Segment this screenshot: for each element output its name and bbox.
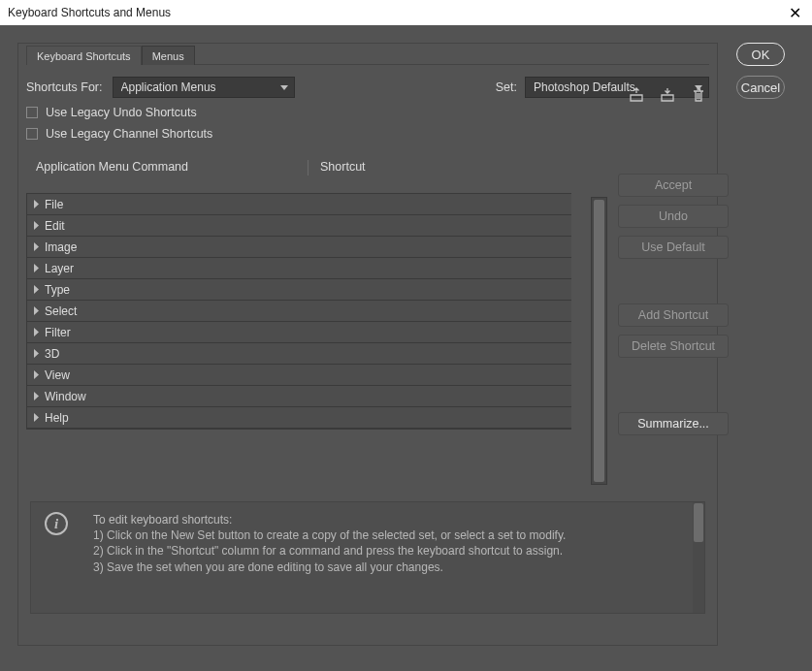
info-text: To edit keyboard shortcuts: 1) Click on … xyxy=(93,512,566,603)
scrollbar-thumb[interactable] xyxy=(694,503,703,542)
chevron-right-icon xyxy=(27,306,45,315)
tree-item-label: Select xyxy=(45,304,77,318)
chevron-right-icon xyxy=(27,200,45,208)
set-label: Set: xyxy=(496,80,517,94)
legacy-channel-row: Use Legacy Channel Shortcuts xyxy=(26,127,709,141)
tree-item-label: Help xyxy=(45,411,69,425)
column-shortcut: Shortcut xyxy=(314,160,366,176)
cancel-button[interactable]: Cancel xyxy=(736,76,785,99)
summarize-button[interactable]: Summarize... xyxy=(618,412,729,435)
tree-item-label: Image xyxy=(45,240,77,254)
dialog-content: OK Cancel Keyboard Shortcuts Menus Short… xyxy=(0,25,812,671)
chevron-right-icon xyxy=(27,328,45,336)
chevron-right-icon xyxy=(27,285,45,294)
tree-item-label: Filter xyxy=(45,326,71,339)
save-set-icon[interactable] xyxy=(659,86,676,104)
tree-item-label: Layer xyxy=(45,262,74,275)
info-line-1: 1) Click on the New Set button to create… xyxy=(93,527,566,543)
scrollbar-thumb[interactable] xyxy=(594,200,604,482)
column-divider xyxy=(308,160,309,176)
tree-item-label: Window xyxy=(45,390,86,403)
legacy-undo-checkbox[interactable] xyxy=(26,107,38,118)
info-scrollbar[interactable] xyxy=(693,502,704,613)
tab-bar: Keyboard Shortcuts Menus xyxy=(26,44,709,65)
legacy-undo-label: Use Legacy Undo Shortcuts xyxy=(46,106,197,119)
accept-button[interactable]: Accept xyxy=(618,174,729,197)
tree-item-view[interactable]: View xyxy=(27,365,571,386)
side-button-column: Accept Undo Use Default Add Shortcut Del… xyxy=(618,174,729,443)
tree-item-file[interactable]: File xyxy=(27,194,571,215)
tree-item-3d[interactable]: 3D xyxy=(27,343,571,365)
chevron-right-icon xyxy=(27,392,45,400)
legacy-channel-label: Use Legacy Channel Shortcuts xyxy=(46,127,212,141)
main-panel: Keyboard Shortcuts Menus Shortcuts For: … xyxy=(17,43,718,646)
shortcuts-for-row: Shortcuts For: Application Menus Set: Ph… xyxy=(26,77,709,98)
list-header: Application Menu Command Shortcut xyxy=(26,160,709,176)
delete-set-icon[interactable] xyxy=(690,86,707,104)
info-line-2: 2) Click in the "Shortcut" column for a … xyxy=(93,543,566,559)
shortcuts-for-label: Shortcuts For: xyxy=(26,80,103,94)
add-shortcut-button[interactable]: Add Shortcut xyxy=(618,304,729,327)
chevron-right-icon xyxy=(27,264,45,272)
shortcuts-for-dropdown[interactable]: Application Menus xyxy=(113,77,295,98)
chevron-right-icon xyxy=(27,349,45,358)
legacy-undo-row: Use Legacy Undo Shortcuts xyxy=(26,106,709,119)
tab-menus[interactable]: Menus xyxy=(142,46,195,65)
tree-item-label: 3D xyxy=(45,347,59,361)
ok-button[interactable]: OK xyxy=(736,43,785,66)
tree-item-label: File xyxy=(45,198,63,211)
tree-item-label: View xyxy=(45,368,70,382)
close-icon[interactable]: ✕ xyxy=(785,4,804,22)
info-heading: To edit keyboard shortcuts: xyxy=(93,512,566,527)
info-panel: i To edit keyboard shortcuts: 1) Click o… xyxy=(30,501,705,614)
tree-scrollbar[interactable] xyxy=(591,197,607,485)
use-default-button[interactable]: Use Default xyxy=(618,236,729,259)
tree-item-help[interactable]: Help xyxy=(27,407,571,429)
chevron-right-icon xyxy=(27,221,45,230)
info-line-3: 3) Save the set when you are done editin… xyxy=(93,559,566,575)
tree-item-image[interactable]: Image xyxy=(27,237,571,258)
new-set-icon[interactable] xyxy=(628,86,645,104)
titlebar: Keyboard Shortcuts and Menus ✕ xyxy=(0,0,812,25)
delete-shortcut-button[interactable]: Delete Shortcut xyxy=(618,335,729,358)
chevron-right-icon xyxy=(27,370,45,379)
tree-item-type[interactable]: Type xyxy=(27,279,571,301)
tab-keyboard-shortcuts[interactable]: Keyboard Shortcuts xyxy=(26,46,142,65)
command-tree: File Edit Image Layer Type Select xyxy=(26,193,571,430)
tree-item-select[interactable]: Select xyxy=(27,301,571,322)
set-toolbar xyxy=(628,86,707,104)
dialog-button-column: OK Cancel xyxy=(736,43,798,109)
tree-item-filter[interactable]: Filter xyxy=(27,322,571,343)
column-command: Application Menu Command xyxy=(26,160,308,176)
info-icon: i xyxy=(45,512,68,535)
undo-button[interactable]: Undo xyxy=(618,205,729,228)
window-title: Keyboard Shortcuts and Menus xyxy=(8,6,171,19)
chevron-right-icon xyxy=(27,242,45,251)
tree-item-edit[interactable]: Edit xyxy=(27,215,571,237)
tree-item-label: Type xyxy=(45,283,70,297)
legacy-channel-checkbox[interactable] xyxy=(26,128,38,140)
chevron-right-icon xyxy=(27,413,45,422)
tree-item-layer[interactable]: Layer xyxy=(27,258,571,279)
tree-item-label: Edit xyxy=(45,219,65,233)
tree-item-window[interactable]: Window xyxy=(27,386,571,407)
